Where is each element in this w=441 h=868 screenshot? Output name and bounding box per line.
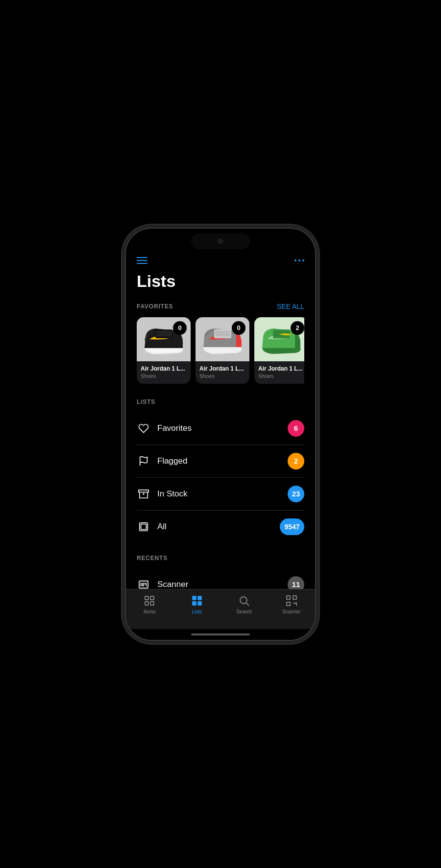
list-item-all[interactable]: All 9547 (137, 511, 304, 543)
list-item-flagged[interactable]: Flagged 2 (137, 445, 304, 478)
svg-rect-40 (287, 602, 290, 606)
svg-rect-30 (145, 602, 148, 605)
inbox-plus-icon (137, 487, 150, 501)
items-tab-icon (143, 594, 156, 607)
card-badge-3: 2 (291, 321, 304, 335)
tab-search[interactable]: Search (220, 594, 268, 614)
recents-label: RECENTS (137, 555, 168, 562)
favorite-card-1[interactable]: 0 Air Jordan 1 L... Shoes (137, 317, 191, 384)
search-tab-label: Search (236, 609, 252, 614)
more-button[interactable] (294, 259, 304, 261)
svg-rect-28 (145, 596, 148, 600)
menu-button[interactable] (137, 257, 147, 264)
svg-rect-1 (155, 329, 172, 338)
card-category-3: Shoes (258, 373, 304, 379)
tab-items[interactable]: Items (126, 594, 173, 614)
list-item-instock[interactable]: In Stock 23 (137, 478, 304, 511)
list-item-scanner[interactable]: Scanner 11 (137, 568, 304, 589)
card-badge-1: 0 (173, 321, 187, 335)
svg-rect-39 (293, 596, 296, 599)
recent-name-scanner: Scanner (157, 580, 288, 589)
items-tab-label: Items (144, 609, 155, 614)
svg-line-37 (246, 603, 249, 606)
svg-rect-17 (139, 490, 148, 492)
list-name-all: All (157, 522, 280, 532)
layers-icon (137, 520, 150, 534)
svg-rect-32 (193, 596, 196, 600)
list-name-flagged: Flagged (157, 456, 288, 466)
favorite-card-3[interactable]: 2 Air Jordan 1 L... Shoes (254, 317, 304, 384)
see-all-button[interactable]: SEE ALL (277, 303, 304, 310)
card-name-3: Air Jordan 1 L... (258, 365, 304, 372)
card-badge-2: 0 (232, 321, 245, 335)
favorite-card-2[interactable]: 0 Air Jordan 1 L... Shoes (196, 317, 249, 384)
svg-rect-31 (150, 602, 154, 605)
card-category-2: Shoes (199, 373, 245, 379)
svg-rect-6 (214, 329, 231, 338)
recents-section: RECENTS Scanner (137, 555, 304, 589)
list-badge-favorites: 6 (288, 420, 304, 437)
scanner-icon (137, 578, 150, 589)
scanner-tab-label: Scanner (282, 609, 300, 614)
flag-icon (137, 454, 150, 468)
list-name-instock: In Stock (157, 489, 288, 499)
list-badge-flagged: 2 (288, 453, 304, 469)
svg-rect-29 (150, 596, 154, 600)
tab-lists[interactable]: Lists (173, 594, 221, 614)
list-badge-instock: 23 (288, 486, 304, 502)
card-category-1: Shoes (141, 373, 187, 379)
card-name-2: Air Jordan 1 L... (199, 365, 245, 372)
list-badge-all: 9547 (280, 518, 304, 535)
favorites-label: FAVORITES (137, 303, 173, 310)
list-item-favorites[interactable]: Favorites 6 (137, 412, 304, 445)
lists-tab-icon (191, 594, 203, 607)
page-title: Lists (137, 272, 304, 291)
favorites-scroll: 0 Air Jordan 1 L... Shoes (137, 317, 304, 384)
home-indicator (126, 629, 315, 640)
search-tab-icon (238, 594, 250, 607)
svg-rect-34 (193, 602, 196, 605)
tab-scanner[interactable]: Scanner (268, 594, 316, 614)
lists-section-label: LISTS (137, 399, 155, 405)
heart-icon (137, 422, 150, 435)
list-name-favorites: Favorites (157, 423, 288, 433)
card-name-1: Air Jordan 1 L... (141, 365, 187, 372)
favorites-section-header: FAVORITES SEE ALL (137, 303, 304, 310)
list-badge-scanner: 11 (288, 576, 304, 589)
svg-rect-38 (287, 596, 290, 599)
svg-rect-33 (198, 596, 201, 600)
app-header (137, 253, 304, 272)
svg-point-36 (240, 597, 247, 604)
lists-section: LISTS Favorites 6 (137, 399, 304, 543)
lists-tab-label: Lists (192, 609, 202, 614)
scanner-tab-icon (285, 594, 298, 607)
svg-rect-21 (141, 524, 147, 529)
tab-bar: Items Lists (126, 589, 315, 629)
svg-rect-35 (198, 602, 201, 605)
